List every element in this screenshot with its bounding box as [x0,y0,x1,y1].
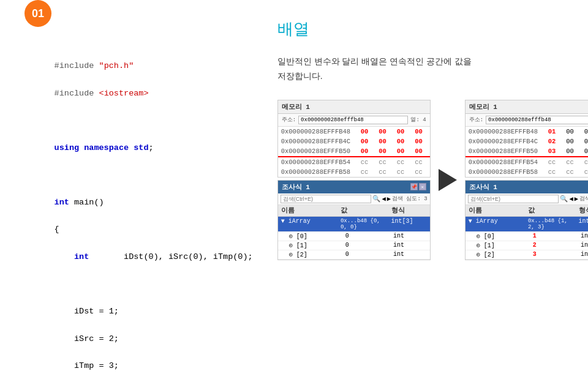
code-include1: #include [55,61,99,70]
watch-panel-before: 조사식 1 📌 ✕ 🔍 ◀ ▶ 검색 심도: 3 이름 [277,180,431,260]
watch-close-btn[interactable]: ✕ [419,183,426,190]
memory-panel-after: 메모리 1 주소: 열: 4 0x000000288EFFFB48 01 00 … [465,100,588,178]
mem-val-5-0: cc [358,167,376,177]
watch-array-name-before: ▼ iArray [278,217,337,231]
watch-type-1-after: int [578,241,588,250]
watch-search-input-before[interactable] [281,195,372,203]
watch-array-val-before: 0x...b48 {0, 0, 0} [337,217,388,231]
mem-val-3-2-after: 00 [581,146,588,157]
watch-idx-2-after: ⊙ [2] [466,250,530,259]
code-main: main() [69,198,104,207]
watch-title-before: 조사식 1 📌 ✕ [278,181,430,193]
lesson-badge: 01 [24,0,51,27]
watch-search-before: 🔍 ◀ ▶ 검색 심도: 3 [278,193,430,205]
mem-val-2-3: 00 [412,137,430,146]
watch-idx-2-before: ⊙ [2] [278,250,342,259]
search-icon-after: 🔍 [560,195,568,203]
watch-search-after: 🔍 ◀ ▶ 검색 심도: 3 [466,193,588,205]
watch-sub-2-before: ⊙ [2] 0 int [278,250,430,260]
mem-val-3-2: 00 [394,146,412,157]
before-panel-wrapper: 메모리 1 주소: 열: 4 0x000000288EFFFB48 00 00 … [277,100,431,260]
watch-array-row-after[interactable]: ▼ iArray 0x...b48 {1, 2, 3} int[3] [466,217,588,232]
right-section: 배열 일반적인 변수와 달리 배열은 연속적인 공간에 값을 저장합니다. 메모… [277,12,588,382]
page-title: 배열 [277,18,588,40]
watch-sub-1-after: ⊙ [1] 2 int [466,241,588,250]
code-idst: iDst = 1; [55,307,119,316]
transition-arrow [439,169,457,191]
page-container: 01 #include "pch.h" #include <iostream> … [0,0,588,382]
nav-fwd-icon[interactable]: ▶ [387,195,391,203]
watch-label-before: 조사식 1 [282,182,310,192]
mem-val-2-2: 00 [394,137,412,146]
memory-panel-before: 메모리 1 주소: 열: 4 0x000000288EFFFB48 00 00 … [277,100,431,178]
watch-sub-0-before: ⊙ [0] 0 int [278,232,430,241]
watch-sub-2-after: ⊙ [2] 3 int [466,250,588,260]
mem-addr-4: 0x000000288EFFFB54 [278,157,358,167]
mem-address-bar-before: 주소: 열: 4 [278,114,430,127]
watch-array-row-before[interactable]: ▼ iArray 0x...b48 {0, 0, 0} int[3] [278,217,430,232]
col-count-before: 열: 4 [410,116,426,124]
desc-line2: 저장합니다. [277,71,323,81]
mem-val-5-0-after: cc [545,167,564,177]
watch-sub-1-before: ⊙ [1] 0 int [278,241,430,250]
code-include2: #include [55,89,99,98]
mem-address-input-before[interactable] [298,116,408,124]
col-fmt-label-after: 형식 [576,205,588,216]
watch-type-2-before: int [390,250,430,259]
addr-label-after: 주소: [469,116,483,124]
mem-val-3-0-after: 03 [545,146,564,157]
mem-val-2-1: 00 [375,137,394,146]
watch-array-val-after: 0x...b48 {1, 2, 3} [525,217,576,231]
mem-row-5-after: 0x000000288EFFFB58 cc cc cc cc [466,167,588,177]
mem-addr-5-after: 0x000000288EFFFB58 [466,167,545,177]
watch-search-input-after[interactable] [468,195,559,203]
watch-type-0-before: int [390,232,430,241]
mem-val-4-2-after: cc [581,157,588,167]
mem-val-1-2-after: 00 [581,127,588,137]
watch-array-type-after: int[3] [576,217,588,231]
mem-val-5-2-after: cc [581,167,588,177]
mem-row-5-before: 0x000000288EFFFB58 cc cc cc cc [278,167,430,177]
mem-row-2-after: 0x000000288EFFFB4C 02 00 00 00 [466,137,588,146]
mem-val-5-2: cc [394,167,412,177]
panels-row: 메모리 1 주소: 열: 4 0x000000288EFFFB48 00 00 … [277,100,588,260]
mem-val-5-1: cc [375,167,394,177]
code-using: using namespace std [55,143,149,152]
mem-val-4-2: cc [394,157,412,167]
badge-container: 01 [24,0,51,27]
mem-title-after: 메모리 1 [466,100,588,114]
col-name-label: 이름 [278,205,337,216]
watch-val-2-before: 0 [342,250,390,259]
nav-fwd-icon-after[interactable]: ▶ [575,195,578,203]
watch-title-after: 조사식 1 📌 ✕ [466,181,588,193]
watch-val-0-after: 1 [530,232,578,241]
mem-address-bar-after: 주소: 열: 4 [466,114,588,127]
code-vars1: iDst(0), iSrc(0), iTmp(0); [89,252,252,261]
mem-row-3-before: 0x000000288EFFFB50 00 00 00 00 [278,146,430,157]
after-panel-wrapper: 메모리 1 주소: 열: 4 0x000000288EFFFB48 01 00 … [465,100,588,260]
watch-idx-1-before: ⊙ [1] [278,241,342,250]
code-indent1 [55,252,74,261]
mem-val-4-1-after: cc [563,157,581,167]
mem-address-input-after[interactable] [486,116,588,124]
nav-back-icon[interactable]: ◀ [382,195,385,203]
mem-table-after: 0x000000288EFFFB48 01 00 00 00 0x0000002… [466,127,588,177]
col-fmt-label: 형식 [388,205,430,216]
nav-back-icon-after[interactable]: ◀ [569,195,573,203]
mem-row-1-after: 0x000000288EFFFB48 01 00 00 00 [466,127,588,137]
watch-panel-after: 조사식 1 📌 ✕ 🔍 ◀ ▶ 검색 심도: 3 이름 [465,180,588,260]
arrow-container [435,169,460,191]
watch-col-header-before: 이름 값 형식 [278,205,430,217]
mem-val-2-0-after: 02 [545,137,564,146]
mem-addr-2-after: 0x000000288EFFFB4C [466,137,545,146]
mem-val-1-3: 00 [412,127,430,137]
watch-idx-0-before: ⊙ [0] [278,232,342,241]
code-include1-str: "pch.h" [99,61,134,70]
mem-title-before: 메모리 1 [278,100,430,114]
watch-val-0-before: 0 [342,232,390,241]
code-int-main: int [55,198,69,207]
watch-val-2-after: 3 [530,250,578,259]
mem-val-1-0: 00 [358,127,376,137]
mem-val-1-1-after: 00 [563,127,581,137]
watch-pin-btn[interactable]: 📌 [410,183,418,190]
